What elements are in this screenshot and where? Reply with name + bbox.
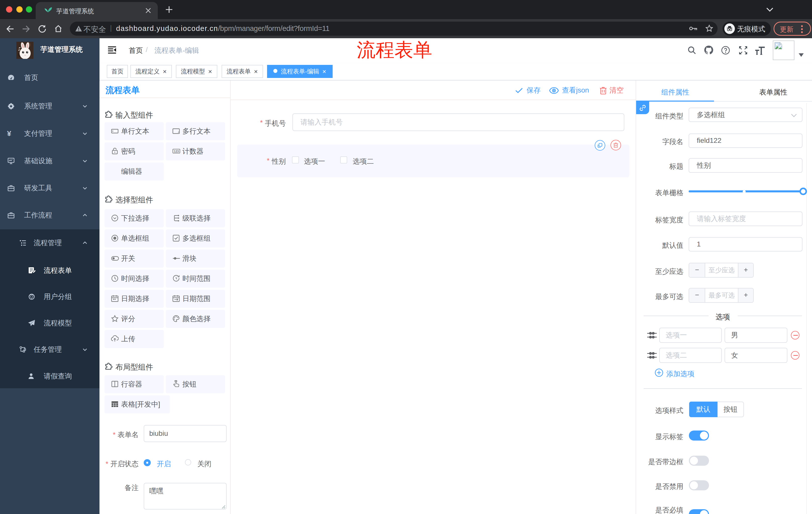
svg-text:123: 123: [174, 150, 179, 153]
